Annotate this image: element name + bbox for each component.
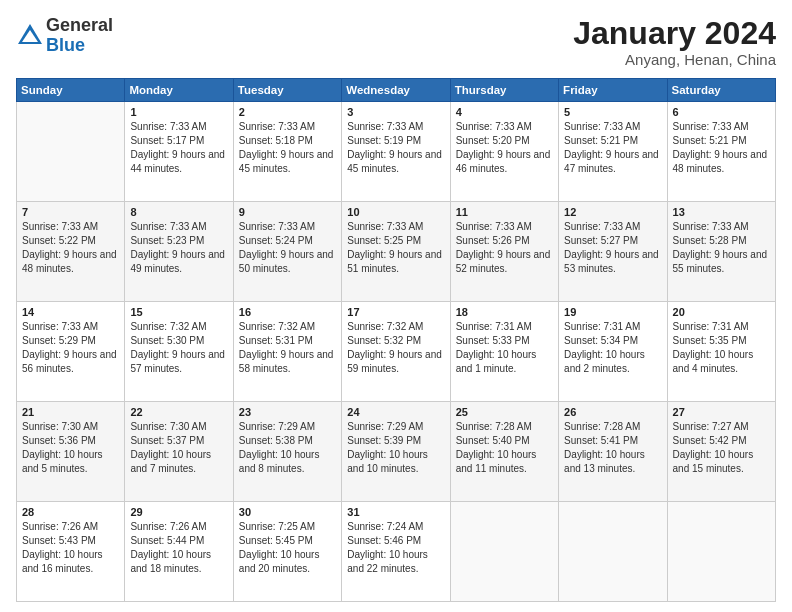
day-number: 16 <box>239 306 336 318</box>
calendar-week-5: 28Sunrise: 7:26 AMSunset: 5:43 PMDayligh… <box>17 502 776 602</box>
day-info: Sunrise: 7:24 AMSunset: 5:46 PMDaylight:… <box>347 520 444 576</box>
day-number: 31 <box>347 506 444 518</box>
table-row: 9Sunrise: 7:33 AMSunset: 5:24 PMDaylight… <box>233 202 341 302</box>
day-info: Sunrise: 7:33 AMSunset: 5:21 PMDaylight:… <box>564 120 661 176</box>
logo-blue: Blue <box>46 36 113 56</box>
day-info: Sunrise: 7:30 AMSunset: 5:36 PMDaylight:… <box>22 420 119 476</box>
table-row: 21Sunrise: 7:30 AMSunset: 5:36 PMDayligh… <box>17 402 125 502</box>
calendar-table: Sunday Monday Tuesday Wednesday Thursday… <box>16 78 776 602</box>
day-info: Sunrise: 7:26 AMSunset: 5:44 PMDaylight:… <box>130 520 227 576</box>
col-monday: Monday <box>125 79 233 102</box>
col-wednesday: Wednesday <box>342 79 450 102</box>
col-thursday: Thursday <box>450 79 558 102</box>
day-number: 26 <box>564 406 661 418</box>
day-info: Sunrise: 7:33 AMSunset: 5:23 PMDaylight:… <box>130 220 227 276</box>
day-info: Sunrise: 7:27 AMSunset: 5:42 PMDaylight:… <box>673 420 770 476</box>
day-number: 13 <box>673 206 770 218</box>
table-row: 11Sunrise: 7:33 AMSunset: 5:26 PMDayligh… <box>450 202 558 302</box>
table-row: 10Sunrise: 7:33 AMSunset: 5:25 PMDayligh… <box>342 202 450 302</box>
day-number: 23 <box>239 406 336 418</box>
day-info: Sunrise: 7:33 AMSunset: 5:26 PMDaylight:… <box>456 220 553 276</box>
day-number: 9 <box>239 206 336 218</box>
day-number: 30 <box>239 506 336 518</box>
logo-text: General Blue <box>46 16 113 56</box>
calendar-header: Sunday Monday Tuesday Wednesday Thursday… <box>17 79 776 102</box>
day-number: 1 <box>130 106 227 118</box>
table-row: 6Sunrise: 7:33 AMSunset: 5:21 PMDaylight… <box>667 102 775 202</box>
day-info: Sunrise: 7:33 AMSunset: 5:18 PMDaylight:… <box>239 120 336 176</box>
day-number: 24 <box>347 406 444 418</box>
day-number: 12 <box>564 206 661 218</box>
day-number: 10 <box>347 206 444 218</box>
table-row: 17Sunrise: 7:32 AMSunset: 5:32 PMDayligh… <box>342 302 450 402</box>
col-sunday: Sunday <box>17 79 125 102</box>
day-info: Sunrise: 7:31 AMSunset: 5:33 PMDaylight:… <box>456 320 553 376</box>
day-number: 20 <box>673 306 770 318</box>
table-row: 23Sunrise: 7:29 AMSunset: 5:38 PMDayligh… <box>233 402 341 502</box>
location-subtitle: Anyang, Henan, China <box>573 51 776 68</box>
day-info: Sunrise: 7:33 AMSunset: 5:19 PMDaylight:… <box>347 120 444 176</box>
table-row <box>667 502 775 602</box>
table-row: 7Sunrise: 7:33 AMSunset: 5:22 PMDaylight… <box>17 202 125 302</box>
day-number: 29 <box>130 506 227 518</box>
calendar-week-3: 14Sunrise: 7:33 AMSunset: 5:29 PMDayligh… <box>17 302 776 402</box>
header: General Blue January 2024 Anyang, Henan,… <box>16 16 776 68</box>
day-info: Sunrise: 7:30 AMSunset: 5:37 PMDaylight:… <box>130 420 227 476</box>
day-info: Sunrise: 7:29 AMSunset: 5:38 PMDaylight:… <box>239 420 336 476</box>
day-number: 27 <box>673 406 770 418</box>
logo: General Blue <box>16 16 113 56</box>
col-tuesday: Tuesday <box>233 79 341 102</box>
calendar-week-1: 1Sunrise: 7:33 AMSunset: 5:17 PMDaylight… <box>17 102 776 202</box>
table-row: 2Sunrise: 7:33 AMSunset: 5:18 PMDaylight… <box>233 102 341 202</box>
day-info: Sunrise: 7:33 AMSunset: 5:28 PMDaylight:… <box>673 220 770 276</box>
day-number: 28 <box>22 506 119 518</box>
day-info: Sunrise: 7:33 AMSunset: 5:22 PMDaylight:… <box>22 220 119 276</box>
day-info: Sunrise: 7:31 AMSunset: 5:35 PMDaylight:… <box>673 320 770 376</box>
day-info: Sunrise: 7:26 AMSunset: 5:43 PMDaylight:… <box>22 520 119 576</box>
table-row <box>17 102 125 202</box>
day-number: 6 <box>673 106 770 118</box>
day-info: Sunrise: 7:33 AMSunset: 5:29 PMDaylight:… <box>22 320 119 376</box>
table-row: 4Sunrise: 7:33 AMSunset: 5:20 PMDaylight… <box>450 102 558 202</box>
calendar-week-2: 7Sunrise: 7:33 AMSunset: 5:22 PMDaylight… <box>17 202 776 302</box>
day-info: Sunrise: 7:33 AMSunset: 5:17 PMDaylight:… <box>130 120 227 176</box>
table-row: 15Sunrise: 7:32 AMSunset: 5:30 PMDayligh… <box>125 302 233 402</box>
table-row: 5Sunrise: 7:33 AMSunset: 5:21 PMDaylight… <box>559 102 667 202</box>
day-number: 25 <box>456 406 553 418</box>
table-row: 30Sunrise: 7:25 AMSunset: 5:45 PMDayligh… <box>233 502 341 602</box>
table-row: 18Sunrise: 7:31 AMSunset: 5:33 PMDayligh… <box>450 302 558 402</box>
calendar-body: 1Sunrise: 7:33 AMSunset: 5:17 PMDaylight… <box>17 102 776 602</box>
table-row: 19Sunrise: 7:31 AMSunset: 5:34 PMDayligh… <box>559 302 667 402</box>
day-info: Sunrise: 7:33 AMSunset: 5:25 PMDaylight:… <box>347 220 444 276</box>
title-block: January 2024 Anyang, Henan, China <box>573 16 776 68</box>
table-row: 8Sunrise: 7:33 AMSunset: 5:23 PMDaylight… <box>125 202 233 302</box>
table-row: 1Sunrise: 7:33 AMSunset: 5:17 PMDaylight… <box>125 102 233 202</box>
day-info: Sunrise: 7:32 AMSunset: 5:31 PMDaylight:… <box>239 320 336 376</box>
day-number: 3 <box>347 106 444 118</box>
table-row: 29Sunrise: 7:26 AMSunset: 5:44 PMDayligh… <box>125 502 233 602</box>
table-row: 24Sunrise: 7:29 AMSunset: 5:39 PMDayligh… <box>342 402 450 502</box>
day-number: 5 <box>564 106 661 118</box>
table-row: 22Sunrise: 7:30 AMSunset: 5:37 PMDayligh… <box>125 402 233 502</box>
day-number: 17 <box>347 306 444 318</box>
day-info: Sunrise: 7:28 AMSunset: 5:40 PMDaylight:… <box>456 420 553 476</box>
table-row: 28Sunrise: 7:26 AMSunset: 5:43 PMDayligh… <box>17 502 125 602</box>
day-number: 18 <box>456 306 553 318</box>
day-info: Sunrise: 7:33 AMSunset: 5:24 PMDaylight:… <box>239 220 336 276</box>
day-number: 8 <box>130 206 227 218</box>
table-row: 16Sunrise: 7:32 AMSunset: 5:31 PMDayligh… <box>233 302 341 402</box>
day-info: Sunrise: 7:33 AMSunset: 5:21 PMDaylight:… <box>673 120 770 176</box>
day-number: 15 <box>130 306 227 318</box>
table-row: 13Sunrise: 7:33 AMSunset: 5:28 PMDayligh… <box>667 202 775 302</box>
page: General Blue January 2024 Anyang, Henan,… <box>0 0 792 612</box>
col-friday: Friday <box>559 79 667 102</box>
day-number: 7 <box>22 206 119 218</box>
table-row: 20Sunrise: 7:31 AMSunset: 5:35 PMDayligh… <box>667 302 775 402</box>
month-title: January 2024 <box>573 16 776 51</box>
table-row: 12Sunrise: 7:33 AMSunset: 5:27 PMDayligh… <box>559 202 667 302</box>
day-info: Sunrise: 7:31 AMSunset: 5:34 PMDaylight:… <box>564 320 661 376</box>
day-info: Sunrise: 7:28 AMSunset: 5:41 PMDaylight:… <box>564 420 661 476</box>
day-number: 11 <box>456 206 553 218</box>
day-info: Sunrise: 7:33 AMSunset: 5:20 PMDaylight:… <box>456 120 553 176</box>
table-row <box>450 502 558 602</box>
